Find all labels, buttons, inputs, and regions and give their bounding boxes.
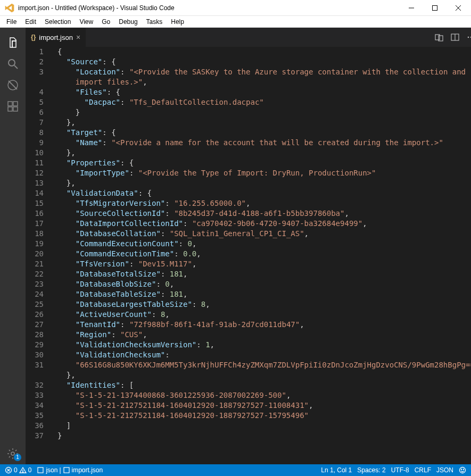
statusbar: 0 0 json | import.json Ln 1, Col 1 Space… [0, 464, 471, 476]
close-button[interactable] [447, 0, 470, 15]
vscode-icon [4, 3, 15, 13]
menu-view[interactable]: View [75, 17, 97, 27]
scope-icon [63, 466, 70, 474]
code-editor[interactable]: 123 456789101112131415161718192021222324… [26, 47, 471, 464]
svg-rect-6 [13, 102, 18, 106]
menu-help[interactable]: Help [167, 17, 188, 27]
menu-debug[interactable]: Debug [114, 17, 142, 27]
status-spaces[interactable]: Spaces: 2 [354, 464, 388, 476]
explorer-icon[interactable] [0, 32, 26, 53]
svg-point-19 [461, 469, 461, 470]
svg-point-15 [22, 472, 23, 472]
svg-rect-16 [38, 467, 43, 473]
menu-edit[interactable]: Edit [21, 17, 40, 27]
compare-changes-icon[interactable] [431, 28, 447, 47]
extensions-icon[interactable] [0, 96, 26, 117]
status-problems[interactable]: 0 0 [2, 464, 34, 476]
separator: | [59, 466, 61, 474]
status-scope-a: json [46, 466, 57, 474]
status-scope[interactable]: json | import.json [34, 464, 105, 476]
smiley-icon [459, 466, 466, 474]
status-scope-b: import.json [72, 466, 103, 474]
maximize-button[interactable] [423, 0, 447, 15]
minimize-button[interactable] [400, 0, 423, 15]
menu-go[interactable]: Go [97, 17, 114, 27]
scope-icon [37, 466, 44, 474]
settings-icon[interactable]: 1 [0, 443, 26, 464]
status-lang[interactable]: JSON [434, 464, 456, 476]
tab-import-json[interactable]: {} import.json × [26, 28, 86, 47]
svg-point-1 [9, 60, 15, 66]
svg-point-20 [463, 469, 464, 470]
menubar: File Edit Selection View Go Debug Tasks … [0, 16, 471, 28]
titlebar: import.json - Untitled (Workspace) - Vis… [0, 0, 471, 16]
svg-rect-5 [13, 107, 18, 111]
svg-rect-17 [64, 467, 69, 473]
status-eol[interactable]: CRLF [412, 464, 434, 476]
status-warning-count: 0 [28, 466, 32, 474]
more-actions-icon[interactable] [463, 28, 471, 47]
svg-rect-3 [8, 102, 12, 106]
status-lncol[interactable]: Ln 1, Col 1 [318, 464, 354, 476]
activitybar: 1 [0, 28, 26, 464]
status-feedback[interactable] [456, 464, 469, 476]
main-area: 1 {} import.json × 123 45678910111213141… [0, 28, 471, 464]
line-number-gutter: 123 456789101112131415161718192021222324… [26, 47, 51, 464]
json-file-icon: {} [31, 34, 36, 41]
svg-rect-0 [433, 5, 437, 10]
menu-tasks[interactable]: Tasks [142, 17, 167, 27]
editor: {} import.json × 123 4567891011121314151… [26, 28, 471, 464]
error-icon [5, 466, 12, 474]
status-encoding[interactable]: UTF-8 [389, 464, 412, 476]
tabs: {} import.json × [26, 28, 471, 47]
settings-badge: 1 [14, 454, 21, 461]
svg-point-18 [460, 467, 466, 473]
window-title: import.json - Untitled (Workspace) - Vis… [18, 4, 400, 12]
status-error-count: 0 [14, 466, 18, 474]
debug-icon[interactable] [0, 74, 26, 96]
svg-rect-4 [8, 107, 12, 111]
search-icon[interactable] [0, 53, 26, 74]
svg-point-11 [468, 37, 469, 38]
svg-point-7 [11, 452, 14, 455]
split-editor-icon[interactable] [447, 28, 463, 47]
close-tab-icon[interactable]: × [76, 33, 80, 41]
tab-label: import.json [39, 34, 73, 41]
warning-icon [19, 466, 27, 474]
code-content[interactable]: { "Source": { "Location": "<Provide the … [51, 47, 471, 464]
menu-selection[interactable]: Selection [40, 17, 75, 27]
menu-file[interactable]: File [2, 17, 21, 27]
